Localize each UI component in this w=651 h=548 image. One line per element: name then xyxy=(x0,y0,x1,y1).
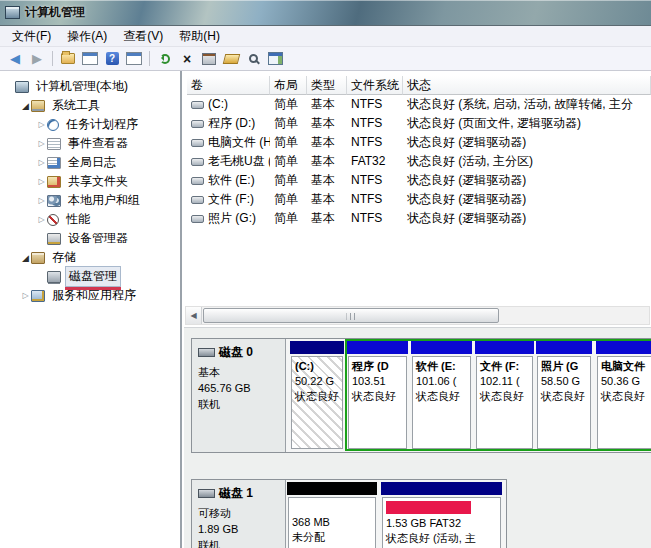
partition-region[interactable]: 文件 (F:102.11 (状态良好 xyxy=(475,341,534,449)
scrollbar-grip-icon xyxy=(347,313,356,320)
partition-region[interactable]: (C:)50.22 G状态良好 xyxy=(290,341,344,449)
tree-item-users[interactable]: ▷本地用户和组 xyxy=(0,191,180,210)
scroll-left-arrow-icon[interactable]: ◀ xyxy=(186,307,202,324)
volume-status-cell: 状态良好 (页面文件, 逻辑驱动器) xyxy=(403,114,651,133)
partition-region[interactable]: 程序 (D103.51状态良好 xyxy=(347,341,408,449)
column-header-1[interactable]: 布局 xyxy=(270,76,307,95)
tree-item-label: 性能 xyxy=(63,210,93,229)
partition-size: 50.22 G xyxy=(295,374,342,389)
partition-size: 1.53 GB FAT32 xyxy=(386,516,500,531)
tree-item-storage[interactable]: ◢存储 xyxy=(0,248,180,267)
partition-size: 103.51 xyxy=(352,374,406,389)
partition-label: (C:) xyxy=(295,359,342,374)
toolbar-console2-button[interactable] xyxy=(124,50,144,68)
disk-info-panel[interactable]: 磁盘 0基本465.76 GB联机 xyxy=(192,339,286,452)
disk-icon xyxy=(47,271,61,283)
volume-type-cell: 基本 xyxy=(307,95,347,114)
partition-body: 1.53 GB FAT32状态良好 (活动, 主 xyxy=(382,497,501,548)
tree-item-devmgr[interactable]: 设备管理器 xyxy=(0,229,180,248)
partition-label xyxy=(292,500,375,515)
collapsed-expander-icon[interactable]: ▷ xyxy=(20,291,31,300)
disk-kind: 基本 xyxy=(198,364,285,380)
toolbar-forward-button[interactable]: ▶ xyxy=(27,50,47,68)
toolbar-export-button[interactable] xyxy=(58,50,78,68)
menu-item-0[interactable]: 文件(F) xyxy=(4,26,59,47)
column-header-2[interactable]: 类型 xyxy=(307,76,347,95)
collapsed-expander-icon[interactable]: ▷ xyxy=(36,177,47,186)
collapsed-expander-icon[interactable]: ▷ xyxy=(36,158,47,167)
partition-region[interactable]: 1.53 GB FAT32状态良好 (活动, 主 xyxy=(381,482,502,548)
volume-fs-cell: NTFS xyxy=(347,133,403,152)
disk-kind: 可移动 xyxy=(198,505,285,521)
tree-item-disk[interactable]: 磁盘管理 xyxy=(0,267,180,286)
toolbar-separator xyxy=(52,51,53,66)
toolbar-back-button[interactable]: ◀ xyxy=(5,50,25,68)
partition-size: 368 MB xyxy=(292,515,375,530)
volume-list-header: 卷布局类型文件系统状态 xyxy=(187,76,651,95)
menu-item-3[interactable]: 帮助(H) xyxy=(171,26,228,47)
menu-item-1[interactable]: 操作(A) xyxy=(59,26,115,47)
tree-item-tools[interactable]: ◢系统工具 xyxy=(0,96,180,115)
menu-item-2[interactable]: 查看(V) xyxy=(115,26,171,47)
toolbar-console-button[interactable] xyxy=(80,50,100,68)
collapsed-expander-icon[interactable]: ▷ xyxy=(36,139,47,148)
table-row[interactable]: 照片 (G:)简单基本NTFS状态良好 (逻辑驱动器) xyxy=(187,209,651,228)
table-row[interactable]: 老毛桃U盘 (J:)简单基本FAT32状态良好 (活动, 主分区) xyxy=(187,152,651,171)
expanded-expander-icon[interactable]: ◢ xyxy=(20,253,31,263)
partition-label: 照片 (G xyxy=(541,359,590,374)
disk-info-panel[interactable]: 磁盘 1可移动1.89 GB联机 xyxy=(192,480,286,548)
tree-item-clock[interactable]: ▷任务计划程序 xyxy=(0,115,180,134)
horizontal-scrollbar[interactable]: ◀ xyxy=(185,306,650,325)
partition-body: 软件 (E:101.06 (状态良好 xyxy=(412,356,471,449)
toolbar-help-button[interactable]: ? xyxy=(102,50,122,68)
partition-status: 状态良好 xyxy=(480,389,532,404)
partition-status: 状态良好 xyxy=(295,389,342,404)
partition-size: 101.06 ( xyxy=(416,374,470,389)
open-icon xyxy=(222,54,239,64)
partition-color-band xyxy=(290,341,344,354)
tree-item-computer[interactable]: 计算机管理(本地) xyxy=(0,77,180,96)
export-list-icon xyxy=(61,53,75,64)
table-row[interactable]: 程序 (D:)简单基本NTFS状态良好 (页面文件, 逻辑驱动器) xyxy=(187,114,651,133)
tree-item-label: 设备管理器 xyxy=(65,229,131,248)
storage-icon xyxy=(31,252,45,264)
collapsed-expander-icon[interactable]: ▷ xyxy=(36,196,47,205)
table-row[interactable]: 软件 (E:)简单基本NTFS状态良好 (逻辑驱动器) xyxy=(187,171,651,190)
table-row[interactable]: 文件 (F:)简单基本NTFS状态良好 (逻辑驱动器) xyxy=(187,190,651,209)
volume-layout-cell: 简单 xyxy=(270,171,307,190)
toolbar-properties-button[interactable] xyxy=(199,50,219,68)
volume-name-cell: 照片 (G:) xyxy=(187,209,270,228)
expanded-expander-icon[interactable]: ◢ xyxy=(20,101,31,111)
partition-region[interactable]: 照片 (G58.50 G状态良好 xyxy=(536,341,592,449)
collapsed-expander-icon[interactable]: ▷ xyxy=(36,215,47,224)
tree-item-shared[interactable]: ▷共享文件夹 xyxy=(0,172,180,191)
toolbar-search-button[interactable] xyxy=(243,50,263,68)
search-icon xyxy=(249,54,258,63)
toolbar-refresh-button[interactable] xyxy=(155,50,175,68)
partition-region[interactable]: 368 MB未分配 xyxy=(287,482,377,548)
partition-size: 50.36 G xyxy=(601,374,651,389)
partition-region[interactable]: 软件 (E:101.06 (状态良好 xyxy=(411,341,472,449)
column-header-4[interactable]: 状态 xyxy=(403,76,651,95)
scrollbar-thumb[interactable] xyxy=(203,308,499,323)
tree-item-label: 计算机管理(本地) xyxy=(33,77,131,96)
column-header-3[interactable]: 文件系统 xyxy=(347,76,403,95)
toolbar-delete-button[interactable]: × xyxy=(177,50,197,68)
tree-item-log[interactable]: ▷事件查看器 xyxy=(0,134,180,153)
toolbar-newwin-button[interactable] xyxy=(265,50,285,68)
partition-region[interactable]: 电脑文件50.36 G状态良好 xyxy=(596,341,651,449)
volume-status-cell: 状态良好 (逻辑驱动器) xyxy=(403,209,651,228)
show-action-pane-icon xyxy=(126,52,142,65)
volume-layout-cell: 简单 xyxy=(270,209,307,228)
disk-icon xyxy=(198,348,215,357)
redaction-annotation xyxy=(386,501,471,514)
collapsed-expander-icon[interactable]: ▷ xyxy=(36,120,47,129)
title-bar[interactable]: 计算机管理 xyxy=(0,0,651,26)
table-row[interactable]: (C:)简单基本NTFS状态良好 (系统, 启动, 活动, 故障转储, 主分 xyxy=(187,95,651,114)
volume-name-cell: 电脑文件 (H:) xyxy=(187,133,270,152)
table-row[interactable]: 电脑文件 (H:)简单基本NTFS状态良好 (逻辑驱动器) xyxy=(187,133,651,152)
column-header-0[interactable]: 卷 xyxy=(187,76,270,95)
tree-item-log2[interactable]: ▷全局日志 xyxy=(0,153,180,172)
tree-item-perf[interactable]: ▷性能 xyxy=(0,210,180,229)
toolbar-open-button[interactable] xyxy=(221,50,241,68)
